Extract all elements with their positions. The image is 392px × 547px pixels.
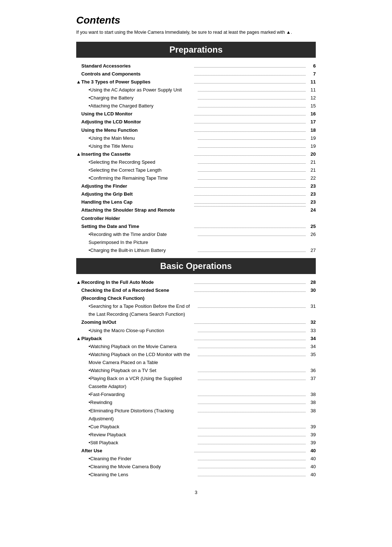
toc-dots xyxy=(198,380,306,380)
toc-page: 12 xyxy=(307,94,316,102)
toc-item: Adjusting the Finder 23 xyxy=(76,182,316,190)
toc-item: After Use 40 xyxy=(76,447,316,455)
toc-dots xyxy=(194,228,306,228)
toc-label: •Selecting the Recording Speed xyxy=(89,158,196,166)
toc-label: •Rewinding xyxy=(89,399,196,407)
toc-page: 21 xyxy=(307,166,316,174)
toc-item: •Cleaning the Movie Camera Body 40 xyxy=(76,463,316,471)
toc-dots xyxy=(194,155,306,156)
toc-label: •Cleaning the Finder xyxy=(89,455,196,463)
toc-page: 7 xyxy=(307,70,316,78)
toc-page: 38 xyxy=(307,399,316,407)
toc-label: Adjusting the Grip Belt xyxy=(81,190,193,198)
toc-dots xyxy=(198,91,306,91)
toc-dots xyxy=(198,460,306,460)
toc-item: •Selecting the Recording Speed 21 xyxy=(76,158,316,166)
toc-page: 23 xyxy=(307,182,316,190)
toc-label: Handling the Lens Cap xyxy=(81,198,193,206)
toc-page: 27 xyxy=(307,246,316,254)
toc-page: 32 xyxy=(307,318,316,326)
toc-page: 17 xyxy=(307,118,316,126)
toc-item: •Attaching the Charged Battery 15 xyxy=(76,102,316,110)
page-number: 3 xyxy=(76,490,316,495)
toc-label: •Using the Title Menu xyxy=(89,142,196,150)
toc-dots xyxy=(194,340,306,340)
toc-page: 35 xyxy=(307,351,316,359)
toc-page: 19 xyxy=(307,142,316,150)
toc-dots xyxy=(198,163,306,164)
toc-page: 31 xyxy=(307,302,316,310)
toc-dots xyxy=(198,307,306,308)
toc-item: Zooming In/Out 32 xyxy=(76,318,316,326)
basic-operations-header: Basic Operations xyxy=(76,258,316,274)
basic-operations-toc: ▲ Recording In the Full Auto Mode 28 Che… xyxy=(76,278,316,479)
toc-dots xyxy=(198,356,306,356)
toc-dots xyxy=(194,283,306,284)
toc-dots xyxy=(194,203,306,204)
toc-label: •Watching Playback on the LCD Monitor wi… xyxy=(89,351,196,367)
toc-label: Using the Menu Function xyxy=(81,126,193,134)
toc-page: 40 xyxy=(307,463,316,471)
toc-item: •Charging the Built-in Lithium Battery 2… xyxy=(76,246,316,254)
toc-item: •Still Playback 39 xyxy=(76,439,316,447)
toc-page: 40 xyxy=(307,447,316,455)
toc-dots xyxy=(194,83,306,83)
toc-item: •Using the AC Adaptor as Power Supply Un… xyxy=(76,86,316,94)
contents-intro: If you want to start using the Movie Cam… xyxy=(76,29,316,36)
toc-dots xyxy=(198,252,306,252)
toc-dots xyxy=(194,195,306,196)
toc-label: Controls and Components xyxy=(81,70,193,78)
toc-page: 39 xyxy=(307,439,316,447)
toc-marker: ▲ xyxy=(76,278,81,286)
toc-page: 39 xyxy=(307,423,316,431)
page: Contents If you want to start using the … xyxy=(69,0,323,547)
toc-item: •Using the Title Menu 19 xyxy=(76,142,316,150)
toc-dots xyxy=(194,131,306,132)
toc-item: •Watching Playback on a TV Set 36 xyxy=(76,367,316,375)
toc-item: Using the LCD Monitor 16 xyxy=(76,110,316,118)
toc-label: Adjusting the LCD Monitor xyxy=(81,118,193,126)
toc-page: 21 xyxy=(307,158,316,166)
toc-dots xyxy=(194,115,306,115)
toc-dots xyxy=(198,348,306,348)
toc-label: •Selecting the Correct Tape Length xyxy=(89,166,196,174)
toc-item: •Charging the Battery 12 xyxy=(76,94,316,102)
toc-item: ▲ The 3 Types of Power Supplies 11 xyxy=(76,78,316,86)
toc-label: •Cleaning the Lens xyxy=(89,471,196,479)
toc-dots xyxy=(194,206,306,207)
toc-label: •Using the Macro Close-up Function xyxy=(89,327,196,335)
toc-item: •Fast-Forwarding 38 xyxy=(76,391,316,399)
toc-marker: ▲ xyxy=(76,150,81,158)
toc-label: Playback xyxy=(81,335,193,343)
toc-dots xyxy=(194,291,306,292)
preparations-toc: Standard Accessories 6 Controls and Comp… xyxy=(76,62,316,254)
preparations-header: Preparations xyxy=(76,42,316,58)
toc-label: •Eliminating Picture Distortions (Tracki… xyxy=(89,407,196,423)
toc-page: 37 xyxy=(307,375,316,383)
toc-item: ▲ Playback 34 xyxy=(76,335,316,343)
toc-item: •Using the Main Menu 19 xyxy=(76,134,316,142)
toc-item: •Confirming the Remaining Tape Time 22 xyxy=(76,174,316,182)
toc-page: 18 xyxy=(307,126,316,134)
toc-label: After Use xyxy=(81,447,193,455)
toc-dots xyxy=(198,147,306,148)
toc-page: 23 xyxy=(307,198,316,206)
toc-item: •Watching Playback on the LCD Monitor wi… xyxy=(76,351,316,367)
toc-label: Adjusting the Finder xyxy=(81,182,193,190)
toc-dots xyxy=(194,452,306,452)
toc-page: 38 xyxy=(307,391,316,399)
toc-page: 25 xyxy=(307,223,316,230)
toc-label: Attaching the Shoulder Strap and Remote … xyxy=(81,206,193,222)
toc-dots xyxy=(198,444,306,444)
toc-page: 39 xyxy=(307,431,316,439)
toc-page: 26 xyxy=(307,230,316,238)
toc-marker: ▲ xyxy=(76,335,81,343)
toc-page: 19 xyxy=(307,134,316,142)
toc-page: 28 xyxy=(307,278,316,286)
preparations-section: Preparations Standard Accessories 6 Cont… xyxy=(76,42,316,254)
toc-label: •Recording with the Time and/or Date Sup… xyxy=(89,230,196,246)
toc-dots xyxy=(198,404,306,404)
toc-page: 23 xyxy=(307,190,316,198)
toc-page: 33 xyxy=(307,327,316,335)
toc-page: 11 xyxy=(307,86,316,94)
